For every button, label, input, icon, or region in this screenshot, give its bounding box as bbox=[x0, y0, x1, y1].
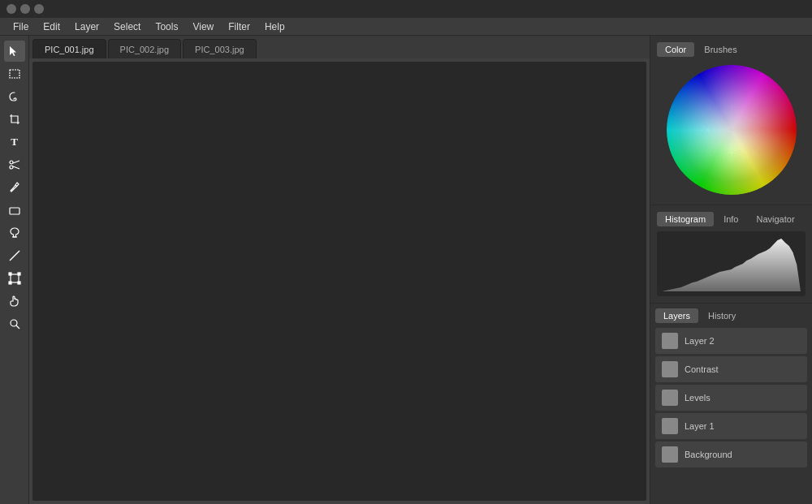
menu-tools[interactable]: Tools bbox=[149, 19, 184, 34]
layers-panel-tabs: Layers History bbox=[650, 304, 812, 323]
layer-thumbnail bbox=[662, 390, 678, 406]
title-bar bbox=[0, 0, 812, 18]
menu-file[interactable]: File bbox=[6, 19, 35, 34]
color-panel-tabs: Color Brushes bbox=[657, 42, 806, 57]
svg-rect-10 bbox=[9, 273, 11, 275]
toolbar: T bbox=[0, 36, 29, 504]
svg-rect-12 bbox=[9, 282, 11, 284]
tab-pic001[interactable]: PIC_001.jpg bbox=[32, 39, 106, 58]
layer-name: Background bbox=[685, 450, 732, 459]
layer-thumbnail bbox=[662, 333, 678, 349]
scissors-tool[interactable] bbox=[4, 154, 25, 175]
layer-thumbnail bbox=[662, 418, 678, 434]
canvas-area: PIC_001.jpg PIC_002.jpg PIC_003.jpg bbox=[29, 36, 650, 504]
crop-tool[interactable] bbox=[4, 109, 25, 130]
svg-rect-0 bbox=[10, 70, 19, 78]
histogram-panel: Histogram Info Navigator bbox=[650, 205, 812, 304]
layer-item[interactable]: Layer 2 bbox=[655, 328, 807, 354]
layer-item[interactable]: Background bbox=[655, 442, 807, 467]
histogram-panel-tabs: Histogram Info Navigator bbox=[657, 212, 806, 226]
menu-layer[interactable]: Layer bbox=[68, 19, 106, 34]
svg-rect-6 bbox=[10, 208, 19, 214]
color-wheel-container bbox=[657, 62, 806, 198]
minimize-button[interactable] bbox=[20, 4, 30, 14]
traffic-lights bbox=[6, 4, 44, 14]
tab-pic002[interactable]: PIC_002.jpg bbox=[108, 39, 182, 58]
svg-point-14 bbox=[11, 320, 17, 326]
line-tool[interactable] bbox=[4, 245, 25, 266]
close-button[interactable] bbox=[6, 4, 16, 14]
svg-point-2 bbox=[10, 166, 13, 169]
tab-color[interactable]: Color bbox=[657, 42, 694, 57]
type-icon: T bbox=[11, 136, 18, 149]
menu-help[interactable]: Help bbox=[258, 19, 292, 34]
svg-line-4 bbox=[13, 166, 19, 169]
svg-rect-13 bbox=[18, 282, 20, 284]
menu-filter[interactable]: Filter bbox=[222, 19, 257, 34]
layer-item[interactable]: Contrast bbox=[655, 356, 807, 382]
tab-layers[interactable]: Layers bbox=[655, 308, 698, 323]
menu-view[interactable]: View bbox=[186, 19, 220, 34]
tab-histogram[interactable]: Histogram bbox=[657, 212, 714, 226]
eraser-tool[interactable] bbox=[4, 200, 25, 221]
type-tool[interactable]: T bbox=[4, 131, 25, 153]
tab-brushes[interactable]: Brushes bbox=[696, 42, 745, 57]
menu-bar: File Edit Layer Select Tools View Filter… bbox=[0, 18, 812, 36]
right-panel: Color Brushes Histogram Info Navigator bbox=[650, 36, 812, 504]
tab-pic003[interactable]: PIC_003.jpg bbox=[183, 39, 257, 58]
layer-name: Layer 2 bbox=[685, 336, 715, 346]
layers-panel: Layers History Layer 2 Contrast Levels bbox=[650, 304, 812, 504]
select-tool[interactable] bbox=[4, 41, 25, 62]
maximize-button[interactable] bbox=[34, 4, 44, 14]
menu-select[interactable]: Select bbox=[107, 19, 147, 34]
tab-info[interactable]: Info bbox=[715, 212, 746, 226]
svg-line-8 bbox=[10, 251, 19, 261]
layer-name: Layer 1 bbox=[685, 421, 715, 431]
menu-edit[interactable]: Edit bbox=[37, 19, 67, 34]
layer-item[interactable]: Layer 1 bbox=[655, 413, 807, 439]
zoom-tool[interactable] bbox=[4, 313, 25, 334]
color-wheel[interactable] bbox=[667, 65, 797, 195]
transform-tool[interactable] bbox=[4, 268, 25, 289]
layer-thumbnail bbox=[662, 446, 678, 463]
canvas-container[interactable] bbox=[32, 62, 646, 501]
stamp-tool[interactable] bbox=[4, 222, 25, 243]
tab-bar: PIC_001.jpg PIC_002.jpg PIC_003.jpg bbox=[29, 36, 650, 58]
svg-line-5 bbox=[15, 185, 17, 187]
tab-history[interactable]: History bbox=[700, 308, 744, 323]
lasso-tool[interactable] bbox=[4, 86, 25, 107]
layer-thumbnail bbox=[662, 361, 678, 377]
svg-line-15 bbox=[16, 325, 19, 329]
svg-point-1 bbox=[10, 161, 13, 164]
eyedropper-tool[interactable] bbox=[4, 177, 25, 198]
layer-name: Contrast bbox=[685, 364, 719, 374]
histogram-display bbox=[657, 231, 806, 296]
layer-name: Levels bbox=[685, 393, 710, 403]
layers-list: Layer 2 Contrast Levels Layer 1 Backgrou… bbox=[650, 323, 812, 472]
layer-item[interactable]: Levels bbox=[655, 385, 807, 411]
svg-rect-11 bbox=[18, 273, 20, 275]
marquee-tool[interactable] bbox=[4, 63, 25, 84]
tab-navigator[interactable]: Navigator bbox=[748, 212, 802, 226]
svg-line-3 bbox=[13, 161, 19, 163]
color-panel: Color Brushes bbox=[650, 36, 812, 205]
hand-tool[interactable] bbox=[4, 291, 25, 312]
